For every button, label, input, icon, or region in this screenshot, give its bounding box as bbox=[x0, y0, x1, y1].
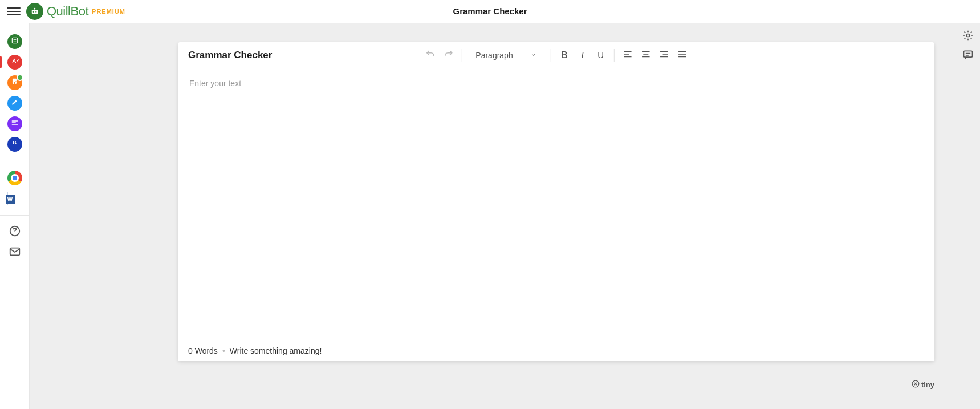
citation-icon: “ bbox=[13, 139, 17, 149]
left-sidebar: “ bbox=[0, 23, 30, 409]
underline-button[interactable]: U bbox=[592, 47, 609, 64]
toolbar-divider bbox=[551, 49, 551, 62]
svg-rect-10 bbox=[964, 51, 973, 57]
align-left-button[interactable] bbox=[619, 47, 636, 64]
align-center-button[interactable] bbox=[637, 47, 654, 64]
word-count: 0 Words bbox=[188, 346, 218, 355]
italic-icon: I bbox=[581, 50, 584, 60]
redo-button[interactable] bbox=[440, 47, 457, 64]
editor-title: Grammar Checker bbox=[188, 50, 272, 61]
plagiarism-icon bbox=[11, 78, 19, 88]
sidebar-tool-plagiarism[interactable] bbox=[7, 75, 22, 90]
feedback-button[interactable] bbox=[961, 49, 975, 63]
align-justify-button[interactable] bbox=[674, 47, 691, 64]
underline-icon: U bbox=[597, 50, 604, 60]
extensions-group bbox=[0, 171, 29, 206]
tiny-icon bbox=[912, 380, 920, 390]
svg-point-2 bbox=[35, 11, 36, 12]
tools-group: “ bbox=[0, 34, 29, 152]
toolbar-divider bbox=[614, 49, 615, 62]
word-icon bbox=[7, 192, 22, 205]
chrome-icon bbox=[7, 171, 22, 185]
editor-footer: 0 Words • Write something amazing! bbox=[178, 341, 934, 361]
italic-button[interactable]: I bbox=[574, 47, 591, 64]
powered-by-tiny[interactable]: tiny bbox=[912, 380, 934, 390]
quillbot-logo-icon bbox=[26, 3, 43, 20]
premium-badge: PREMIUM bbox=[92, 8, 125, 15]
grammar-icon bbox=[11, 57, 19, 67]
brand-logo[interactable]: QuillBot PREMIUM bbox=[26, 3, 125, 20]
help-icon bbox=[9, 225, 21, 240]
sidebar-tool-citation[interactable]: “ bbox=[7, 137, 22, 152]
page-title: Grammar Checker bbox=[453, 6, 527, 16]
footer-group bbox=[0, 225, 29, 260]
align-right-button[interactable] bbox=[656, 47, 673, 64]
bold-button[interactable]: B bbox=[556, 47, 573, 64]
menu-toggle-button[interactable] bbox=[7, 5, 21, 18]
sidebar-tool-summarizer[interactable] bbox=[7, 116, 22, 131]
block-format-label: Paragraph bbox=[475, 51, 513, 60]
sidebar-help-button[interactable] bbox=[7, 225, 22, 240]
toolbar-controls: Paragraph B I U bbox=[421, 47, 690, 64]
main-area: Grammar Checker Paragraph B bbox=[30, 23, 956, 409]
sidebar-tool-grammar-checker[interactable] bbox=[7, 55, 22, 70]
sidebar-extension-word[interactable] bbox=[7, 191, 22, 206]
bold-icon: B bbox=[561, 50, 568, 60]
undo-icon bbox=[425, 49, 435, 62]
top-header: QuillBot PREMIUM Grammar Checker bbox=[0, 0, 980, 23]
settings-button[interactable] bbox=[961, 30, 975, 43]
editor-card: Grammar Checker Paragraph B bbox=[178, 42, 934, 361]
toolbar-divider bbox=[461, 49, 462, 62]
editor-toolbar: Grammar Checker Paragraph B bbox=[178, 42, 934, 68]
right-rail bbox=[956, 23, 980, 409]
sidebar-extension-chrome[interactable] bbox=[7, 171, 22, 185]
brand-name: QuillBot bbox=[47, 4, 88, 19]
svg-point-1 bbox=[33, 11, 34, 12]
block-format-select[interactable]: Paragraph bbox=[470, 47, 542, 64]
svg-rect-0 bbox=[32, 10, 38, 14]
gear-icon bbox=[962, 30, 974, 43]
sidebar-tool-paraphraser[interactable] bbox=[7, 34, 22, 49]
sidebar-contact-button[interactable] bbox=[7, 245, 22, 260]
sidebar-separator-2 bbox=[0, 215, 29, 216]
align-center-icon bbox=[641, 49, 651, 62]
align-left-icon bbox=[623, 49, 633, 62]
footer-message: Write something amazing! bbox=[230, 346, 322, 355]
editor-textarea[interactable]: Enter your text bbox=[178, 68, 934, 341]
align-right-icon bbox=[659, 49, 669, 62]
paraphrase-icon bbox=[11, 37, 19, 47]
comment-icon bbox=[962, 49, 974, 63]
summarizer-icon bbox=[11, 119, 19, 129]
svg-point-9 bbox=[967, 34, 970, 37]
cowriter-icon bbox=[11, 98, 19, 108]
sidebar-tool-cowriter[interactable] bbox=[7, 96, 22, 111]
tiny-label: tiny bbox=[921, 380, 934, 389]
redo-icon bbox=[443, 49, 453, 62]
editor-placeholder: Enter your text bbox=[189, 79, 241, 88]
mail-icon bbox=[9, 245, 21, 260]
align-justify-icon bbox=[677, 49, 688, 62]
footer-separator-dot: • bbox=[222, 346, 225, 355]
undo-button[interactable] bbox=[421, 47, 438, 64]
sidebar-separator bbox=[0, 161, 29, 161]
app-body: “ Grammar Checker bbox=[0, 23, 980, 409]
chevron-down-icon bbox=[530, 51, 537, 60]
